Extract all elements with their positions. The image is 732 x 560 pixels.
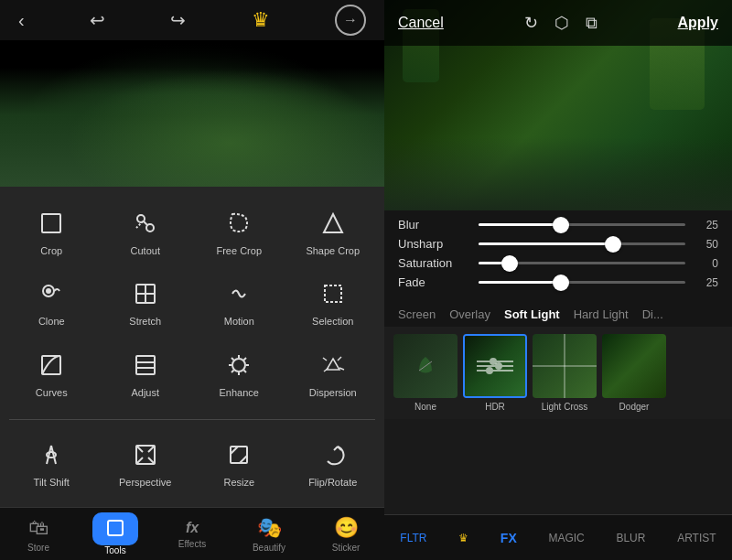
- svg-line-24: [231, 370, 234, 372]
- saturation-slider-thumb[interactable]: [501, 255, 518, 272]
- adjust-label: Adjust: [131, 387, 159, 399]
- svg-marker-5: [324, 214, 342, 232]
- tools-active-bg: [92, 512, 138, 545]
- tool-crop[interactable]: Crop: [5, 196, 99, 266]
- eraser-icon[interactable]: ⬡: [554, 13, 569, 33]
- left-header: ‹ ↩ ↪ ♛ →: [0, 0, 384, 40]
- preset-hdr[interactable]: HDR: [463, 334, 527, 412]
- blend-modes-bar: Screen Overlay Soft Light Hard Light Di.…: [384, 302, 732, 327]
- cancel-button[interactable]: Cancel: [398, 15, 444, 31]
- fade-label: Fade: [398, 275, 471, 289]
- tool-cutout[interactable]: Cutout: [99, 196, 193, 266]
- motion-label: Motion: [224, 316, 254, 328]
- tool-adjust[interactable]: Adjust: [99, 338, 193, 408]
- tab-fltr[interactable]: FLTR: [400, 532, 426, 544]
- tilt-shift-icon: [33, 436, 70, 473]
- tilt-shift-label: Tilt Shift: [34, 477, 70, 489]
- saturation-slider-row: Saturation 0: [398, 256, 718, 270]
- crown-tab-icon: ♛: [458, 532, 468, 544]
- dispersion-label: Dispersion: [309, 387, 357, 399]
- copy-icon[interactable]: ⧉: [586, 14, 597, 33]
- preset-none[interactable]: None: [393, 334, 458, 412]
- svg-point-16: [232, 359, 245, 372]
- magic-label: MAGIC: [548, 532, 584, 544]
- tool-resize[interactable]: Resize: [192, 427, 286, 498]
- svg-line-23: [244, 358, 247, 361]
- back-button[interactable]: ‹: [18, 10, 25, 31]
- tools-grid: Crop Cutout: [0, 187, 384, 417]
- nav-tools[interactable]: Tools: [77, 508, 154, 560]
- tool-dispersion[interactable]: Dispersion: [286, 338, 381, 408]
- svg-line-33: [148, 446, 155, 452]
- redo-button[interactable]: ↪: [170, 9, 186, 31]
- blend-divide[interactable]: Di...: [642, 307, 663, 321]
- tab-artist[interactable]: ARTIST: [677, 532, 716, 544]
- preset-light-cross[interactable]: Light Cross: [533, 334, 597, 412]
- nav-store-label: Store: [27, 543, 49, 553]
- preset-dodger-thumb: [602, 334, 666, 398]
- none-preset-icon: [412, 352, 439, 380]
- nav-beautify-label: Beautify: [253, 543, 285, 553]
- saturation-label: Saturation: [398, 256, 471, 270]
- unsharp-slider-track[interactable]: [479, 242, 685, 245]
- svg-point-7: [47, 289, 50, 293]
- blend-hard-light[interactable]: Hard Light: [574, 307, 629, 321]
- blur-slider-track[interactable]: [479, 223, 685, 226]
- svg-rect-0: [42, 214, 60, 232]
- nav-beautify[interactable]: 🎭 Beautify: [231, 512, 307, 557]
- tool-motion[interactable]: Motion: [192, 266, 286, 337]
- nav-sticker[interactable]: 😊 Sticker: [307, 512, 384, 557]
- blend-soft-light[interactable]: Soft Light: [504, 307, 560, 321]
- tool-flip-rotate[interactable]: Flip/Rotate: [286, 427, 381, 498]
- tool-clone[interactable]: Clone: [5, 266, 99, 337]
- right-panel: Cancel ↻ ⬡ ⧉ Apply Blur 25: [384, 0, 732, 560]
- blur-label: BLUR: [616, 532, 645, 544]
- undo-button[interactable]: ↩: [90, 9, 105, 31]
- tool-perspective[interactable]: Perspective: [99, 427, 193, 498]
- tool-enhance[interactable]: Enhance: [192, 338, 286, 408]
- blur-slider-thumb[interactable]: [553, 217, 569, 233]
- saturation-slider-track[interactable]: [479, 262, 685, 264]
- motion-icon: [221, 275, 257, 312]
- curves-label: Curves: [36, 387, 68, 399]
- left-image-preview: [0, 40, 384, 187]
- fade-value: 25: [693, 276, 718, 289]
- fade-slider-track[interactable]: [479, 281, 685, 284]
- fade-slider-thumb[interactable]: [553, 275, 569, 291]
- preset-light-cross-thumb: [533, 334, 597, 398]
- nav-store[interactable]: 🛍 Store: [0, 512, 77, 557]
- tab-blur[interactable]: BLUR: [616, 532, 645, 544]
- refresh-icon[interactable]: ↻: [524, 13, 538, 33]
- tab-fx[interactable]: FX: [501, 531, 517, 545]
- svg-rect-37: [108, 521, 123, 535]
- nav-effects[interactable]: fx Effects: [154, 515, 231, 554]
- adjust-icon: [127, 347, 164, 383]
- tab-crown[interactable]: ♛: [458, 532, 468, 544]
- cutout-label: Cutout: [131, 245, 160, 257]
- preset-dodger[interactable]: Dodger: [602, 334, 666, 412]
- preset-none-label: None: [414, 402, 436, 412]
- svg-line-35: [136, 458, 143, 464]
- blend-overlay[interactable]: Overlay: [449, 307, 490, 321]
- tool-tilt-shift[interactable]: Tilt Shift: [5, 427, 99, 498]
- apply-button[interactable]: Apply: [678, 15, 718, 31]
- tool-shape-crop[interactable]: Shape Crop: [286, 196, 381, 266]
- svg-line-21: [231, 358, 234, 361]
- tool-free-crop[interactable]: Free Crop: [192, 196, 286, 266]
- resize-label: Resize: [223, 477, 254, 489]
- forward-button[interactable]: →: [335, 5, 366, 36]
- blend-screen[interactable]: Screen: [398, 307, 436, 321]
- tool-stretch[interactable]: Stretch: [99, 266, 193, 337]
- tool-curves[interactable]: Curves: [5, 338, 99, 408]
- clone-label: Clone: [38, 316, 65, 328]
- preset-none-thumb: [393, 334, 458, 398]
- crown-icon[interactable]: ♛: [252, 8, 270, 32]
- right-bottom-tabs: FLTR ♛ FX MAGIC BLUR ARTIST: [384, 514, 732, 560]
- preset-light-cross-label: Light Cross: [542, 402, 588, 412]
- tool-selection[interactable]: Selection: [286, 266, 381, 337]
- artist-label: ARTIST: [677, 532, 716, 544]
- tab-magic[interactable]: MAGIC: [548, 532, 584, 544]
- svg-line-32: [136, 446, 143, 452]
- svg-line-27: [339, 368, 344, 370]
- unsharp-slider-thumb[interactable]: [605, 236, 621, 253]
